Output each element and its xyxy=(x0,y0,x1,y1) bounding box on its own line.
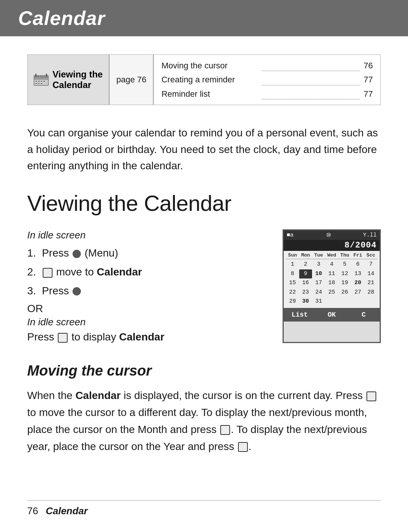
cal-cell: 10 xyxy=(312,269,325,279)
toc-item-page: 77 xyxy=(362,73,373,87)
toc-dots xyxy=(262,85,360,85)
cal-cell: 1 xyxy=(286,260,299,269)
cal-cell: 19 xyxy=(338,278,351,288)
softkey-list: List xyxy=(284,309,316,320)
cal-cell: 15 xyxy=(286,278,299,288)
cal-cell: 14 xyxy=(364,269,377,279)
svg-rect-6 xyxy=(38,81,40,82)
section-heading: Viewing the Calendar xyxy=(27,190,381,216)
cal-row-2: 8 9 10 11 12 13 14 xyxy=(286,269,377,279)
confirm-button-icon xyxy=(73,287,81,295)
cal-cell: 30 xyxy=(299,297,312,306)
cal-row-1: 1 2 3 4 5 6 7 xyxy=(286,260,377,269)
cal-cell: 6 xyxy=(351,260,365,269)
cal-thu: Thu xyxy=(338,252,351,258)
phone-status-left: ■a xyxy=(287,232,294,238)
cal-cell: 13 xyxy=(351,269,365,279)
menu-button-icon xyxy=(73,250,81,258)
toc-label: Viewing the Calendar xyxy=(28,55,110,105)
cal-cell: 4 xyxy=(325,260,338,269)
toc-item-1: Moving the cursor 76 xyxy=(161,59,373,73)
toc-dots xyxy=(262,99,360,99)
cal-sat: Scc xyxy=(364,252,377,258)
cal-cell: 24 xyxy=(312,288,325,297)
cal-row-3: 15 16 17 18 19 20 21 xyxy=(286,278,377,288)
phone-status-bar: ■a ⑩ Y.ll xyxy=(284,230,380,240)
toc-item-label: Reminder list xyxy=(161,87,260,101)
idle-label-1: In idle screen xyxy=(27,229,264,241)
calendar-shortcut-icon xyxy=(58,333,68,343)
subsection-heading: Moving the cursor xyxy=(27,363,381,379)
toc-box: Viewing the Calendar page 76 Moving the … xyxy=(27,54,381,105)
toc-item-label: Creating a reminder xyxy=(161,73,260,87)
cal-cell: 12 xyxy=(338,269,351,279)
svg-rect-10 xyxy=(38,83,40,84)
scroll-icon-1 xyxy=(220,425,230,435)
cal-fri: Fri xyxy=(351,252,365,258)
cal-cell: 5 xyxy=(338,260,351,269)
footer-title: Calendar xyxy=(46,505,88,517)
toc-item-page: 77 xyxy=(362,87,373,101)
section-instructions: In idle screen 1. Press (Menu) 2. move t… xyxy=(27,229,264,343)
page-header-title: Calendar xyxy=(18,7,105,29)
softkey-ok: OK xyxy=(316,309,348,320)
phone-status-right: Y.ll xyxy=(363,232,377,238)
toc-page: page 76 xyxy=(110,55,154,105)
toc-item-page: 76 xyxy=(362,59,373,73)
svg-rect-2 xyxy=(34,77,48,80)
svg-rect-9 xyxy=(36,83,37,84)
cal-cell-selected: 9 xyxy=(299,269,312,279)
cal-mon: Mon xyxy=(299,252,312,258)
phone-cal-header: Sun Mon Tue Wed Thu Fri Scc xyxy=(286,252,377,259)
svg-rect-11 xyxy=(41,83,42,84)
cal-cell xyxy=(325,297,338,306)
cal-cell: 25 xyxy=(325,288,338,297)
scroll-icon-2 xyxy=(238,442,248,452)
toc-items: Moving the cursor 76 Creating a reminder… xyxy=(154,55,380,105)
phone-status-center: ⑩ xyxy=(326,232,331,239)
softkey-c: C xyxy=(348,309,380,320)
cal-cell: 22 xyxy=(286,288,299,297)
calendar-icon xyxy=(34,74,49,86)
cal-cell: 16 xyxy=(299,278,312,288)
step-list: 1. Press (Menu) 2. move to Calendar 3. P… xyxy=(27,244,264,300)
phone-softkeys: List OK C xyxy=(284,308,380,322)
cal-row-5: 29 30 31 xyxy=(286,297,377,306)
cal-cell xyxy=(338,297,351,306)
cal-cell: 20 xyxy=(351,278,365,288)
to-text: to xyxy=(27,407,36,418)
cal-cell: 21 xyxy=(364,278,377,288)
cal-cell: 28 xyxy=(364,288,377,297)
toc-dots xyxy=(262,71,360,71)
page-header: Calendar xyxy=(0,0,408,36)
svg-rect-7 xyxy=(41,81,42,82)
main-content: Viewing the Calendar page 76 Moving the … xyxy=(0,36,408,478)
cal-tue: Tue xyxy=(312,252,325,258)
phone-calendar-grid: Sun Mon Tue Wed Thu Fri Scc 1 2 3 4 5 6 … xyxy=(284,251,380,308)
intro-paragraph: You can organise your calendar to remind… xyxy=(27,125,381,174)
toc-item-label: Moving the cursor xyxy=(161,59,260,73)
cal-cell: 18 xyxy=(325,278,338,288)
toc-item-2: Creating a reminder 77 xyxy=(161,73,373,87)
page-footer: 76 Calendar xyxy=(27,500,381,517)
svg-rect-8 xyxy=(43,81,45,82)
cal-cell: 17 xyxy=(312,278,325,288)
section-body: In idle screen 1. Press (Menu) 2. move t… xyxy=(27,229,381,343)
cal-row-4: 22 23 24 25 26 27 28 xyxy=(286,288,377,297)
cal-cell: 2 xyxy=(299,260,312,269)
step-3: 3. Press xyxy=(27,282,264,300)
press-line: Press to display Calendar xyxy=(27,331,264,343)
phone-screen: ■a ⑩ Y.ll 8/2004 Sun Mon Tue Wed Thu Fri… xyxy=(283,229,381,343)
cal-cell: 3 xyxy=(312,260,325,269)
calendar-bold: Calendar xyxy=(76,390,121,401)
cal-cell: 11 xyxy=(325,269,338,279)
idle-label-2: In idle screen xyxy=(27,316,264,328)
cal-cell xyxy=(364,297,377,306)
cal-cell: 26 xyxy=(338,288,351,297)
cal-cell: 23 xyxy=(299,288,312,297)
cal-cell xyxy=(351,297,365,306)
cal-sun: Sun xyxy=(286,252,299,258)
cal-wed: Wed xyxy=(325,252,338,258)
toc-item-3: Reminder list 77 xyxy=(161,87,373,101)
step-2: 2. move to Calendar xyxy=(27,263,264,281)
